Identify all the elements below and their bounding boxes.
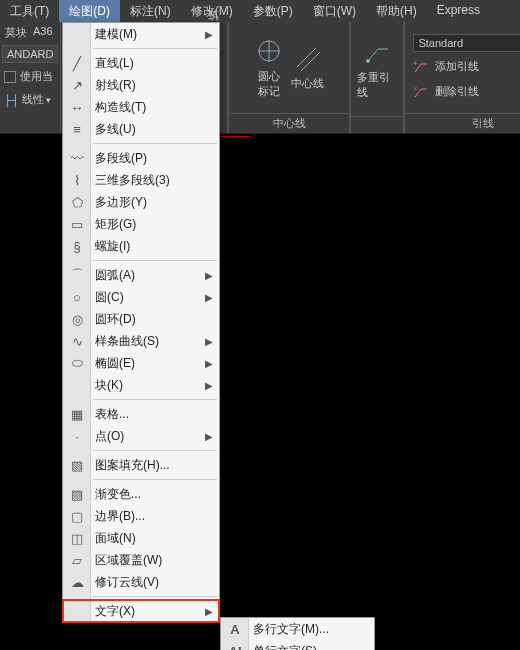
menu-express[interactable]: Express [427, 0, 490, 22]
menu-item-line[interactable]: ╱ 直线(L) [63, 52, 219, 74]
svg-line-4 [301, 52, 320, 71]
menu-item-label: 区域覆盖(W) [95, 552, 162, 569]
menu-item-label: 直线(L) [95, 55, 134, 72]
remove-leader-icon: × [413, 85, 429, 99]
remove-leader-label: 删除引线 [435, 84, 479, 99]
menu-item-label: 文字(X) [95, 603, 135, 620]
menu-item-pline3d[interactable]: ⌇ 三维多段线(3) [63, 169, 219, 191]
menu-item-revcloud[interactable]: ☁ 修订云线(V) [63, 571, 219, 593]
draw-menu-dropdown: 建模(M) ▶ ╱ 直线(L) ↗ 射线(R) ↔ 构造线(T) ≡ 多线(U)… [62, 22, 220, 623]
standard-partial-label: ANDARD [2, 45, 58, 63]
svg-text:+: + [413, 60, 418, 68]
menu-item-xline[interactable]: ↔ 构造线(T) [63, 96, 219, 118]
menu-window[interactable]: 窗口(W) [303, 0, 366, 22]
menu-item-label: 修订云线(V) [95, 574, 159, 591]
menu-item-label: 点(O) [95, 428, 124, 445]
menu-item-donut[interactable]: ◎ 圆环(D) [63, 308, 219, 330]
menu-item-label: 表格... [95, 406, 129, 423]
submenu-arrow-icon: ▶ [205, 380, 213, 391]
menu-item-table[interactable]: ▦ 表格... [63, 403, 219, 425]
svg-point-5 [366, 59, 370, 63]
pline3d-icon: ⌇ [68, 171, 86, 189]
leader-standard-input[interactable] [413, 34, 520, 52]
svg-line-3 [297, 48, 316, 67]
menu-item-label: 面域(N) [95, 530, 136, 547]
menu-item-label: 多边形(Y) [95, 194, 147, 211]
rect-icon: ▭ [68, 215, 86, 233]
menu-item-wipeout[interactable]: ▱ 区域覆盖(W) [63, 549, 219, 571]
menu-tools[interactable]: 工具(T) [0, 0, 59, 22]
submenu-arrow-icon: ▶ [205, 336, 213, 347]
menu-item-label: 螺旋(I) [95, 238, 130, 255]
menu-item-ray[interactable]: ↗ 射线(R) [63, 74, 219, 96]
point-icon: · [68, 427, 86, 445]
mline-icon: ≡ [68, 120, 86, 138]
mtext-icon: A [226, 620, 244, 638]
checkbox-icon [4, 71, 16, 83]
menu-item-model[interactable]: 建模(M) ▶ [63, 23, 219, 45]
multileader-icon [363, 38, 391, 66]
submenu-arrow-icon: ▶ [205, 606, 213, 617]
menu-item-label: 圆弧(A) [95, 267, 135, 284]
text-submenu: A 多行文字(M)... AI 单行文字(S) [220, 617, 375, 650]
menu-item-polygon[interactable]: ⬠ 多边形(Y) [63, 191, 219, 213]
revcloud-icon: ☁ [68, 573, 86, 591]
menu-item-rect[interactable]: ▭ 矩形(G) [63, 213, 219, 235]
donut-icon: ◎ [68, 310, 86, 328]
leader-panel-title: 引线 [405, 113, 520, 133]
add-leader-label: 添加引线 [435, 59, 479, 74]
table-icon: ▦ [68, 405, 86, 423]
submenu-arrow-icon: ▶ [205, 431, 213, 442]
menu-item-point[interactable]: · 点(O) ▶ [63, 425, 219, 447]
wipeout-icon: ▱ [68, 551, 86, 569]
submenu-arrow-icon: ▶ [205, 270, 213, 281]
menu-help[interactable]: 帮助(H) [366, 0, 427, 22]
linetype-dropdown[interactable]: ├┤ 线性 ▾ [4, 92, 56, 107]
pline-icon: 〰 [68, 149, 86, 167]
center-mark-button[interactable]: 圆心 标记 [255, 37, 283, 99]
menu-item-label: 多行文字(M)... [253, 621, 329, 638]
menu-item-hatch[interactable]: ▧ 图案填充(H)... [63, 454, 219, 476]
add-leader-button[interactable]: + 添加引线 [413, 59, 520, 74]
menu-draw[interactable]: 绘图(D) [59, 0, 120, 22]
menu-item-label: 建模(M) [95, 26, 137, 43]
menu-item-mline[interactable]: ≡ 多线(U) [63, 118, 219, 140]
menu-item-gradient[interactable]: ▨ 渐变色... [63, 483, 219, 505]
ray-icon: ↗ [68, 76, 86, 94]
polygon-icon: ⬠ [68, 193, 86, 211]
linetype-label: 线性 [22, 92, 44, 107]
use-current-checkbox[interactable]: 使用当 [4, 69, 56, 84]
model-icon [68, 25, 86, 43]
menu-item-circle[interactable]: ○ 圆(C) ▶ [63, 286, 219, 308]
left-label-2: A36 [33, 25, 53, 40]
menu-item-dtext[interactable]: AI 单行文字(S) [221, 640, 374, 650]
menu-item-boundary[interactable]: ▢ 边界(B)... [63, 505, 219, 527]
menu-item-label: 多段线(P) [95, 150, 147, 167]
menu-item-spline[interactable]: ∿ 样条曲线(S) ▶ [63, 330, 219, 352]
menu-item-label: 单行文字(S) [253, 643, 317, 651]
multileader-button[interactable]: 多重引线 [357, 38, 397, 100]
menu-param[interactable]: 参数(P) [243, 0, 303, 22]
svg-text:×: × [413, 85, 418, 93]
menu-item-ellipse[interactable]: ⬭ 椭圆(E) ▶ [63, 352, 219, 374]
menu-item-label: 圆环(D) [95, 311, 136, 328]
helix-icon: § [68, 237, 86, 255]
center-panel-title: 中心线 [229, 113, 349, 133]
menu-item-arc[interactable]: ⌒ 圆弧(A) ▶ [63, 264, 219, 286]
dtext-icon: AI [226, 642, 244, 650]
menu-item-mtext[interactable]: A 多行文字(M)... [221, 618, 374, 640]
remove-leader-button[interactable]: × 删除引线 [413, 84, 520, 99]
text-icon [68, 602, 86, 620]
add-leader-icon: + [413, 60, 429, 74]
menu-item-text[interactable]: 文字(X) ▶ [63, 600, 219, 622]
menu-item-region[interactable]: ◫ 面域(N) [63, 527, 219, 549]
boundary-icon: ▢ [68, 507, 86, 525]
menu-item-block[interactable]: 块(K) ▶ [63, 374, 219, 396]
centerline-button[interactable]: 中心线 [291, 44, 324, 91]
menu-item-label: 射线(R) [95, 77, 136, 94]
block-icon [68, 376, 86, 394]
menu-annotate[interactable]: 标注(N) [120, 0, 181, 22]
menu-item-helix[interactable]: § 螺旋(I) [63, 235, 219, 257]
menu-item-pline[interactable]: 〰 多段线(P) [63, 147, 219, 169]
menu-item-label: 块(K) [95, 377, 123, 394]
